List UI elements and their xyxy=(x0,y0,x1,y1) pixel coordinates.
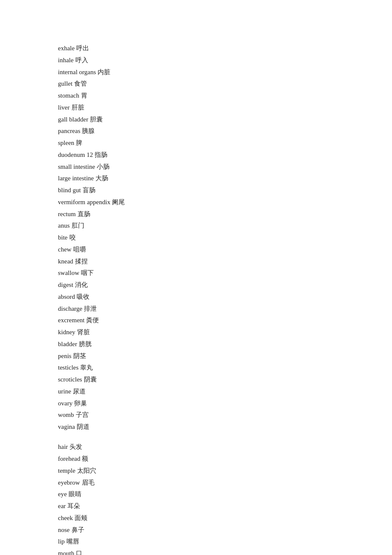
chinese-translation: 耳朵 xyxy=(67,503,80,509)
list-item: womb子宫 xyxy=(58,409,392,421)
chinese-translation: 太阳穴 xyxy=(77,467,96,474)
chinese-translation: 子宫 xyxy=(76,411,89,418)
chinese-translation: 呼入 xyxy=(75,57,88,64)
list-item: gullet食管 xyxy=(58,78,392,90)
english-term: bladder xyxy=(58,341,77,347)
list-item: eyebrow眉毛 xyxy=(58,477,392,489)
english-term: testicles xyxy=(58,364,78,371)
list-item: inhale呼入 xyxy=(58,55,392,66)
list-item: scroticles阴囊 xyxy=(58,374,392,386)
chinese-translation: 粪便 xyxy=(86,317,99,324)
english-term: anus xyxy=(58,222,70,229)
english-term: ear xyxy=(58,503,66,509)
list-item: bite咬 xyxy=(58,232,392,244)
english-term: duodenum xyxy=(58,151,85,158)
chinese-translation: 头发 xyxy=(69,443,82,450)
english-term: chew xyxy=(58,246,72,253)
list-item: small intestine小肠 xyxy=(58,161,392,173)
english-term: penis xyxy=(58,353,72,359)
list-item: lip嘴唇 xyxy=(58,536,392,548)
chinese-translation: 尿道 xyxy=(73,388,86,395)
list-item: kidney肾脏 xyxy=(58,327,392,338)
english-term: stomach xyxy=(58,92,79,99)
list-item: internal organs内脏 xyxy=(58,66,392,78)
chinese-translation: 胃 xyxy=(81,92,87,99)
chinese-translation: 额 xyxy=(82,455,88,462)
english-term: eye xyxy=(58,491,67,497)
english-term: large intestine xyxy=(58,175,94,182)
list-item: exhale呼出 xyxy=(58,43,392,55)
list-item: mouth口 xyxy=(58,548,392,555)
english-term: scroticles xyxy=(58,376,82,383)
english-term: discharge xyxy=(58,305,82,312)
chinese-translation: 大肠 xyxy=(95,175,108,182)
english-term: forehead xyxy=(58,455,80,462)
english-term: rectum xyxy=(58,211,76,217)
english-term: urine xyxy=(58,388,71,395)
list-item: testicles睾丸 xyxy=(58,362,392,374)
list-item: bladder膀胱 xyxy=(58,338,392,350)
list-item: eye眼睛 xyxy=(58,489,392,500)
english-term: lip xyxy=(58,538,65,545)
english-term: small intestine xyxy=(58,163,95,170)
english-term: exhale xyxy=(58,45,75,52)
list-item: nose鼻子 xyxy=(58,524,392,536)
chinese-translation: 消化 xyxy=(75,281,88,288)
list-item: blind gut盲肠 xyxy=(58,185,392,197)
chinese-translation: 鼻子 xyxy=(72,526,84,533)
english-term: womb xyxy=(58,411,74,418)
list-item: digest消化 xyxy=(58,279,392,291)
list-item: rectum直肠 xyxy=(58,208,392,220)
english-term: kidney xyxy=(58,329,75,335)
chinese-translation: 内脏 xyxy=(98,69,110,75)
list-item: urine尿道 xyxy=(58,386,392,398)
english-term: excrement xyxy=(58,317,84,324)
list-item: cheek面颊 xyxy=(58,512,392,524)
chinese-translation: 揉捏 xyxy=(75,258,88,265)
english-term: vermiform appendix xyxy=(58,199,110,205)
list-item: gall bladder胆囊 xyxy=(58,114,392,126)
chinese-translation: 阴道 xyxy=(77,423,89,430)
english-term: nose xyxy=(58,526,70,533)
chinese-translation: 食管 xyxy=(74,80,87,87)
list-item: pancreas胰腺 xyxy=(58,125,392,137)
chinese-translation: 咀嚼 xyxy=(73,246,86,253)
chinese-translation: 胆囊 xyxy=(90,116,103,123)
chinese-translation: 直肠 xyxy=(78,211,90,217)
chinese-translation: 眉毛 xyxy=(82,479,95,486)
chinese-translation: 口 xyxy=(76,550,82,555)
chinese-translation: 面颊 xyxy=(75,515,87,521)
list-item: stomach胃 xyxy=(58,90,392,102)
english-term: pancreas xyxy=(58,127,80,134)
chinese-translation: 阴囊 xyxy=(84,376,97,383)
list-item: duodenum12 指肠 xyxy=(58,149,392,161)
list-item: vermiform appendix阑尾 xyxy=(58,197,392,208)
chinese-translation: 眼睛 xyxy=(69,491,81,497)
english-term: blind gut xyxy=(58,187,81,194)
chinese-translation: 卵巢 xyxy=(74,400,87,407)
chinese-translation: 排泄 xyxy=(84,305,97,312)
list-item: ear耳朵 xyxy=(58,500,392,512)
english-term: digest xyxy=(58,281,73,288)
chinese-translation: 12 指肠 xyxy=(86,151,107,158)
chinese-translation: 胰腺 xyxy=(82,127,95,134)
list-item: excrement粪便 xyxy=(58,315,392,327)
chinese-translation: 阑尾 xyxy=(112,199,125,205)
chinese-translation: 阴茎 xyxy=(73,353,86,359)
list-item: liver肝脏 xyxy=(58,102,392,114)
list-item: anus肛门 xyxy=(58,220,392,232)
english-term: temple xyxy=(58,467,75,474)
list-item: absord吸收 xyxy=(58,291,392,303)
list-item: vagina阴道 xyxy=(58,421,392,433)
english-term: swallow xyxy=(58,269,79,276)
list-item: temple太阳穴 xyxy=(58,465,392,477)
section-divider xyxy=(58,433,392,442)
vocabulary-list: exhale呼出inhale呼入internal organs内脏gullet食… xyxy=(58,43,392,555)
english-term: knead xyxy=(58,258,73,265)
english-term: gall bladder xyxy=(58,116,88,123)
chinese-translation: 肛门 xyxy=(72,222,84,229)
english-term: vagina xyxy=(58,423,75,430)
chinese-translation: 盲肠 xyxy=(83,187,95,194)
chinese-translation: 肝脏 xyxy=(72,104,84,111)
english-term: ovary xyxy=(58,400,72,407)
